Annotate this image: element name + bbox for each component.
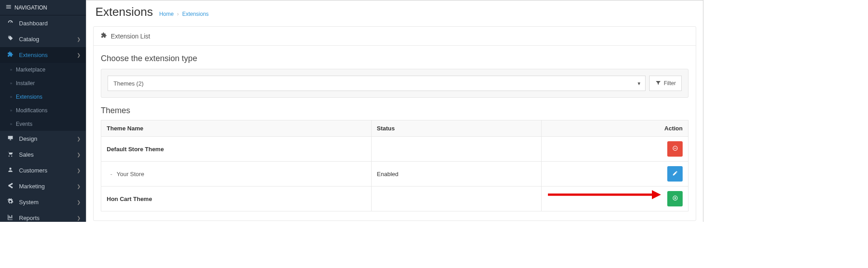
- chevron-right-icon: ❯: [77, 136, 80, 141]
- edit-button[interactable]: [667, 166, 683, 182]
- themes-heading: Themes: [101, 106, 689, 115]
- subnav-label: Events: [16, 121, 33, 127]
- double-chevron-icon: »: [10, 67, 12, 72]
- double-chevron-icon: »: [10, 95, 12, 99]
- plus-circle-icon: [672, 195, 678, 202]
- nav-item-label: Customers: [19, 167, 47, 174]
- nav-extensions-submenu: »Marketplace »Installer »Extensions »Mod…: [0, 63, 86, 131]
- nav-item-label: Extensions: [19, 52, 48, 58]
- chevron-right-icon: ❯: [77, 184, 80, 189]
- col-action: Action: [542, 120, 689, 137]
- nav-customers[interactable]: Customers ❯: [0, 163, 86, 178]
- subnav-installer[interactable]: »Installer: [0, 77, 86, 90]
- filter-button-label: Filter: [664, 80, 676, 86]
- subnav-modifications[interactable]: »Modifications: [0, 104, 86, 117]
- breadcrumb-separator: ›: [177, 11, 179, 17]
- desktop-icon: [6, 135, 14, 143]
- subnav-label: Extensions: [16, 94, 42, 100]
- filter-button[interactable]: Filter: [649, 76, 682, 91]
- cell-status: Enabled: [371, 162, 542, 187]
- nav-item-label: Catalog: [19, 36, 39, 43]
- nav-item-label: System: [19, 199, 38, 206]
- double-chevron-icon: »: [10, 122, 12, 126]
- page-title: Extensions: [95, 5, 153, 19]
- pencil-icon: [672, 170, 678, 177]
- chevron-right-icon: ❯: [77, 168, 80, 173]
- subnav-label: Installer: [16, 80, 35, 86]
- chevron-right-icon: ❯: [77, 200, 80, 205]
- tag-icon: [6, 35, 14, 43]
- nav-item-label: Design: [19, 135, 37, 142]
- table-row: Your Store Enabled: [101, 162, 689, 187]
- col-theme-name: Theme Name: [101, 120, 372, 137]
- table-row: Hon Cart Theme: [101, 187, 689, 211]
- svg-rect-6: [675, 197, 675, 199]
- dashboard-icon: [6, 19, 14, 27]
- gear-icon: [6, 198, 14, 206]
- nav-system[interactable]: System ❯: [0, 194, 86, 210]
- subnav-label: Marketplace: [16, 67, 45, 73]
- breadcrumb: Home › Extensions: [159, 11, 208, 17]
- minus-circle-icon: [672, 145, 678, 153]
- chevron-right-icon: ❯: [77, 152, 80, 157]
- uninstall-button[interactable]: [667, 141, 683, 157]
- share-icon: [6, 182, 14, 190]
- cell-status: [371, 187, 542, 211]
- double-chevron-icon: »: [10, 81, 12, 86]
- nav-extensions[interactable]: Extensions ❯: [0, 47, 86, 63]
- annotation-arrow: [548, 189, 661, 200]
- table-row: Default Store Theme: [101, 137, 689, 162]
- nav-item-label: Dashboard: [19, 20, 48, 27]
- nav-marketing[interactable]: Marketing ❯: [0, 178, 86, 194]
- breadcrumb-home[interactable]: Home: [159, 11, 174, 17]
- filter-icon: [655, 80, 661, 87]
- cell-action: [542, 162, 689, 187]
- double-chevron-icon: »: [10, 108, 12, 113]
- nav-sales[interactable]: Sales ❯: [0, 147, 86, 163]
- extension-list-panel: Extension List Choose the extension type…: [93, 26, 696, 221]
- cart-icon: [6, 151, 14, 158]
- table-header-row: Theme Name Status Action: [101, 120, 689, 137]
- panel-body: Choose the extension type ▼ Filter Theme…: [94, 46, 696, 220]
- nav-item-label: Marketing: [19, 183, 45, 190]
- cell-action: [542, 137, 689, 162]
- cell-theme-name: Your Store: [101, 162, 372, 187]
- menu-icon: [5, 4, 12, 11]
- cell-theme-name: Hon Cart Theme: [101, 187, 372, 211]
- panel-heading: Extension List: [94, 27, 696, 46]
- panel-heading-text: Extension List: [111, 33, 150, 40]
- main-content: Extensions Home › Extensions Extension L…: [86, 0, 703, 222]
- cell-theme-name: Default Store Theme: [101, 137, 372, 162]
- subnav-label: Modifications: [16, 107, 47, 114]
- nav-item-label: Sales: [19, 151, 34, 158]
- subnav-events[interactable]: »Events: [0, 117, 86, 131]
- page-header: Extensions Home › Extensions: [86, 0, 703, 22]
- extension-type-select[interactable]: [108, 76, 646, 91]
- sidebar: NAVIGATION Dashboard Catalog ❯ Extension…: [0, 0, 86, 222]
- col-status: Status: [371, 120, 542, 137]
- filter-box: ▼ Filter: [101, 69, 689, 98]
- extension-type-select-wrap: ▼: [108, 76, 646, 91]
- breadcrumb-current[interactable]: Extensions: [182, 11, 209, 17]
- svg-marker-3: [652, 190, 661, 199]
- puzzle-icon: [6, 51, 14, 59]
- subnav-extensions[interactable]: »Extensions: [0, 90, 86, 104]
- nav-item-label: Reports: [19, 215, 40, 221]
- nav-dashboard[interactable]: Dashboard: [0, 15, 86, 31]
- cell-status: [371, 137, 542, 162]
- puzzle-icon: [101, 32, 107, 40]
- subnav-marketplace[interactable]: »Marketplace: [0, 63, 86, 77]
- nav-reports[interactable]: Reports ❯: [0, 210, 86, 222]
- choose-extension-type-label: Choose the extension type: [101, 54, 689, 63]
- install-button[interactable]: [667, 191, 683, 206]
- nav-design[interactable]: Design ❯: [0, 131, 86, 147]
- svg-rect-1: [674, 148, 676, 148]
- cell-action: [542, 187, 689, 211]
- nav-header: NAVIGATION: [0, 0, 86, 15]
- chevron-right-icon: ❯: [77, 53, 80, 57]
- themes-table: Theme Name Status Action Default Store T…: [101, 120, 689, 211]
- nav-header-label: NAVIGATION: [14, 5, 47, 11]
- nav-catalog[interactable]: Catalog ❯: [0, 31, 86, 47]
- chevron-right-icon: ❯: [77, 37, 80, 42]
- chart-icon: [6, 214, 14, 222]
